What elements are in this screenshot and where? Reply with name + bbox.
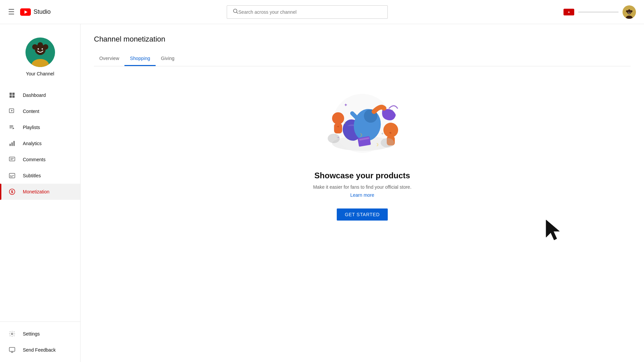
svg-point-18 [38,48,39,50]
svg-point-7 [626,10,628,12]
analytics-icon [8,140,16,147]
flag-badge: + [564,9,574,15]
youtube-logo-icon [20,8,31,16]
menu-icon[interactable]: ☰ [8,8,15,16]
svg-rect-53 [334,123,342,133]
channel-avatar [25,38,55,67]
svg-rect-32 [13,141,14,146]
svg-point-9 [628,9,630,11]
svg-text:✦: ✦ [344,102,348,108]
page-title: Channel monetization [94,35,631,44]
monetization-icon: $ [8,188,16,195]
sidebar-bottom: Settings Send Feedback [0,321,80,362]
topbar-divider [578,12,619,12]
svg-text:✦: ✦ [381,131,384,136]
learn-more-link[interactable]: Learn more [350,192,374,198]
svg-point-52 [332,112,344,124]
svg-text:$: $ [11,189,13,194]
sidebar-item-comments[interactable]: Comments [0,152,80,168]
svg-point-42 [11,333,13,335]
sidebar-item-dashboard[interactable]: Dashboard [0,87,80,103]
svg-point-57 [383,123,398,137]
svg-point-16 [43,44,48,50]
search-icon [232,8,238,16]
sidebar-label-send-feedback: Send Feedback [23,347,56,353]
svg-marker-25 [11,110,13,112]
cursor-icon [543,219,564,247]
user-avatar-top[interactable] [623,5,636,19]
svg-point-8 [630,10,632,12]
svg-rect-20 [10,93,12,95]
sidebar-item-monetization[interactable]: $ Monetization [0,184,80,200]
sidebar: Your Channel Dashboard [0,24,80,362]
search-input[interactable] [238,9,382,15]
comments-icon [8,156,16,163]
svg-point-65 [381,138,394,147]
shopping-title: Showcase your products [314,171,410,180]
svg-point-17 [38,42,43,48]
svg-point-10 [628,12,629,12]
sidebar-item-playlists[interactable]: Playlists [0,119,80,135]
sidebar-label-monetization: Monetization [23,189,49,194]
sidebar-item-send-feedback[interactable]: Send Feedback [0,342,80,358]
sidebar-item-subtitles[interactable]: Subtitles [0,168,80,184]
topbar: ☰ Studio + [0,0,644,24]
svg-text:☽: ☽ [375,142,379,147]
svg-rect-23 [12,96,15,98]
shopping-content: ✦ ✦ ✦ ✦ [94,66,631,234]
feedback-icon [8,347,16,353]
sidebar-label-comments: Comments [23,157,46,162]
content-icon [8,108,16,115]
svg-point-64 [328,134,340,143]
layout: Your Channel Dashboard [0,24,644,362]
sidebar-item-settings[interactable]: Settings [0,326,80,342]
dashboard-icon [8,92,16,99]
svg-rect-43 [9,348,15,352]
topbar-right: + [564,5,636,19]
svg-text:☽: ☽ [343,121,346,125]
svg-rect-31 [11,142,12,146]
get-started-button[interactable]: GET STARTED [337,208,388,221]
main-content: Channel monetization Overview Shopping G… [80,24,644,362]
sidebar-label-analytics: Analytics [23,141,42,146]
tab-giving[interactable]: Giving [156,52,180,66]
sidebar-label-dashboard: Dashboard [23,93,46,98]
subtitles-icon [8,172,16,179]
svg-marker-29 [13,127,14,129]
tab-overview[interactable]: Overview [94,52,124,66]
svg-rect-22 [10,96,12,98]
svg-text:☽: ☽ [358,132,363,138]
svg-point-15 [32,44,38,50]
channel-name: Your Channel [26,71,54,76]
sidebar-channel: Your Channel [0,32,80,84]
svg-rect-30 [10,144,11,146]
svg-rect-21 [12,93,15,95]
youtube-studio-logo[interactable]: Studio [20,8,51,16]
sidebar-nav: Dashboard Content [0,87,80,321]
shopping-illustration: ✦ ✦ ✦ ✦ [309,86,416,160]
tabs: Overview Shopping Giving [94,52,631,66]
topbar-left: ☰ Studio [8,8,51,16]
sidebar-label-subtitles: Subtitles [23,173,41,178]
tab-shopping[interactable]: Shopping [124,52,155,66]
settings-icon [8,330,16,337]
svg-rect-33 [9,157,15,161]
topbar-center [51,5,564,19]
sidebar-label-content: Content [23,109,39,114]
shopping-description: Make it easier for fans to find your off… [313,184,411,190]
sidebar-label-playlists: Playlists [23,125,40,130]
svg-point-2 [233,9,237,13]
svg-line-3 [236,12,238,13]
playlists-icon [8,124,16,131]
studio-text: Studio [34,8,51,15]
sidebar-label-settings: Settings [23,331,40,337]
sidebar-item-analytics[interactable]: Analytics [0,135,80,152]
sidebar-item-content[interactable]: Content [0,103,80,119]
svg-point-11 [630,12,631,12]
search-bar[interactable] [227,5,388,19]
svg-point-19 [42,48,43,50]
